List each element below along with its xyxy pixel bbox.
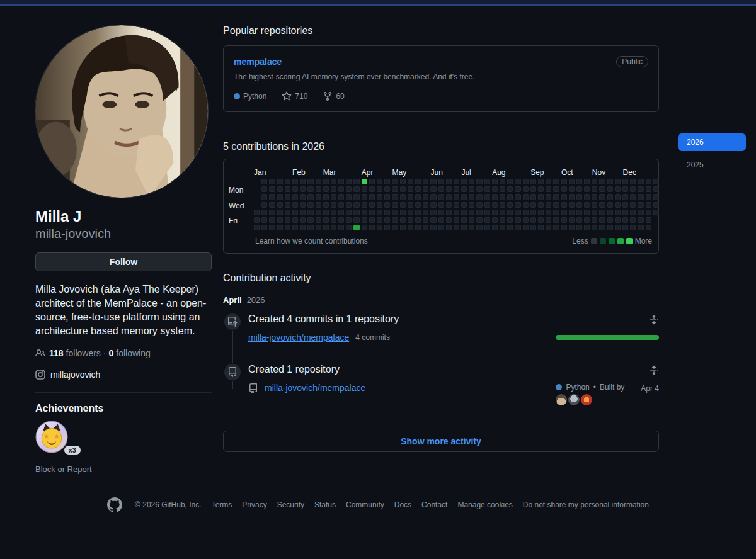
contribution-cell[interactable]	[530, 194, 536, 200]
contribution-cell[interactable]	[446, 202, 452, 208]
contribution-cell[interactable]	[569, 217, 575, 223]
contribution-cell[interactable]	[384, 179, 390, 184]
contribution-cell[interactable]	[430, 202, 436, 208]
contribution-cell[interactable]	[331, 179, 336, 184]
contribution-cell[interactable]	[523, 225, 529, 230]
contribution-cell[interactable]	[530, 225, 536, 230]
contribution-cell[interactable]	[461, 225, 467, 230]
instagram-handle[interactable]: millajovovich	[50, 370, 100, 380]
contribution-cell[interactable]	[292, 225, 298, 230]
contribution-cell[interactable]	[369, 194, 375, 200]
contribution-cell[interactable]	[323, 225, 329, 230]
contribution-cell[interactable]	[646, 179, 651, 184]
contribution-cell[interactable]	[261, 202, 267, 208]
contribution-cell[interactable]	[492, 179, 498, 184]
contribution-cell[interactable]	[523, 202, 529, 208]
contribution-cell[interactable]	[523, 179, 529, 184]
contribution-cell[interactable]	[377, 194, 382, 200]
footer-link[interactable]: Community	[346, 500, 384, 509]
contribution-cell[interactable]	[423, 225, 428, 230]
contribution-cell[interactable]	[530, 210, 536, 215]
contribution-cell[interactable]	[331, 202, 336, 208]
footer-link[interactable]: Terms	[212, 500, 232, 509]
contribution-cell[interactable]	[500, 225, 505, 230]
contribution-cell[interactable]	[446, 186, 452, 192]
contribution-cell[interactable]	[392, 202, 398, 208]
achievement-badge[interactable]: ★ ★ x3	[35, 421, 76, 456]
contribution-cell[interactable]	[607, 225, 613, 230]
contribution-cell[interactable]	[316, 186, 321, 192]
contribution-cell[interactable]	[362, 179, 367, 184]
contribution-cell[interactable]	[576, 202, 582, 208]
contribution-cell[interactable]	[592, 186, 597, 192]
contribution-cell[interactable]	[599, 202, 605, 208]
contribution-cell[interactable]	[492, 194, 498, 200]
contribution-cell[interactable]	[430, 179, 436, 184]
contribution-cell[interactable]	[553, 202, 559, 208]
contribution-cell[interactable]	[492, 217, 498, 223]
contribution-cell[interactable]	[285, 194, 290, 200]
contribution-cell[interactable]	[346, 210, 352, 215]
contribution-cell[interactable]	[269, 217, 275, 223]
contribution-cell[interactable]	[484, 210, 490, 215]
contribution-cell[interactable]	[461, 194, 467, 200]
contribution-cell[interactable]	[323, 179, 329, 184]
contribution-cell[interactable]	[316, 202, 321, 208]
contribution-cell[interactable]	[430, 217, 436, 223]
contribution-cell[interactable]	[530, 202, 536, 208]
contribution-cell[interactable]	[546, 194, 551, 200]
contribution-cell[interactable]	[384, 225, 390, 230]
contribution-cell[interactable]	[430, 194, 436, 200]
contribution-cell[interactable]	[277, 202, 283, 208]
contribution-cell[interactable]	[316, 225, 321, 230]
contribution-cell[interactable]	[331, 210, 336, 215]
contribution-cell[interactable]	[561, 202, 567, 208]
contribution-cell[interactable]	[362, 202, 367, 208]
contribution-cell[interactable]	[377, 217, 382, 223]
contribution-cell[interactable]	[438, 217, 444, 223]
contribution-cell[interactable]	[515, 186, 520, 192]
contribution-cell[interactable]	[261, 210, 267, 215]
contribution-cell[interactable]	[369, 186, 375, 192]
contribution-cell[interactable]	[599, 225, 605, 230]
contribution-cell[interactable]	[569, 186, 575, 192]
contribution-cell[interactable]	[530, 179, 536, 184]
contribution-cell[interactable]	[615, 210, 621, 215]
contribution-cell[interactable]	[538, 194, 544, 200]
contribution-cell[interactable]	[285, 202, 290, 208]
contribution-cell[interactable]	[285, 217, 290, 223]
contribution-cell[interactable]	[423, 194, 428, 200]
contribution-cell[interactable]	[592, 217, 597, 223]
contribution-cell[interactable]	[307, 186, 313, 192]
contribution-cell[interactable]	[569, 179, 575, 184]
contribution-cell[interactable]	[538, 202, 544, 208]
contribution-cell[interactable]	[285, 225, 290, 230]
contribution-cell[interactable]	[277, 217, 283, 223]
footer-link[interactable]: Do not share my personal information	[523, 500, 649, 509]
contribution-cell[interactable]	[346, 202, 352, 208]
contribution-cell[interactable]	[400, 179, 406, 184]
contribution-cell[interactable]	[307, 217, 313, 223]
contribution-cell[interactable]	[353, 225, 359, 230]
year-filter-2025[interactable]: 2025	[678, 156, 746, 174]
contribution-cell[interactable]	[607, 202, 613, 208]
contribution-cell[interactable]	[622, 210, 628, 215]
contribution-cell[interactable]	[408, 194, 413, 200]
contribution-cell[interactable]	[316, 217, 321, 223]
contribution-cell[interactable]	[576, 210, 582, 215]
contribution-cell[interactable]	[277, 186, 283, 192]
contribution-cell[interactable]	[277, 179, 283, 184]
contribution-cell[interactable]	[484, 194, 490, 200]
contribution-cell[interactable]	[469, 217, 474, 223]
contribution-cell[interactable]	[599, 179, 605, 184]
contribution-cell[interactable]	[523, 186, 529, 192]
contribution-cell[interactable]	[362, 186, 367, 192]
contribution-cell[interactable]	[646, 225, 651, 230]
contribution-cell[interactable]	[423, 179, 428, 184]
commits-count-link[interactable]: 4 commits	[355, 333, 390, 342]
block-or-report-link[interactable]: Block or Report	[35, 465, 212, 474]
following-label[interactable]: following	[116, 348, 150, 358]
contribution-cell[interactable]	[515, 217, 520, 223]
contribution-cell[interactable]	[254, 225, 260, 230]
contribution-cell[interactable]	[653, 194, 659, 200]
